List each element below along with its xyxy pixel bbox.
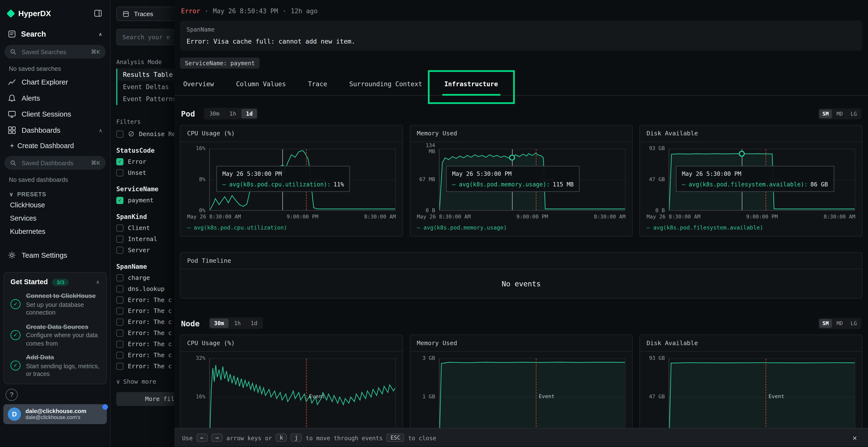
chart-title: Disk Available	[640, 335, 862, 352]
checkbox-checked[interactable]: ✓	[116, 158, 123, 165]
node-size-lg[interactable]: LG	[847, 319, 860, 328]
create-dashboard-button[interactable]: + Create Dashboard	[3, 138, 107, 153]
saved-dashboards-input[interactable]	[21, 159, 87, 167]
chevron-down-icon: ∨	[9, 191, 14, 198]
chart-plot[interactable]: May 26 5:30:00 PM —avg(k8s.pod.filesyste…	[669, 149, 855, 211]
check-circle-icon: ✓	[10, 299, 21, 309]
chart-plot[interactable]: Event	[669, 358, 855, 436]
checkbox[interactable]	[116, 285, 123, 293]
pod-range-1d[interactable]: 1d	[242, 109, 257, 118]
y-axis-labels: 3 GB1 GB	[417, 358, 439, 436]
event-marker-label: Event	[309, 393, 325, 399]
checkbox[interactable]	[116, 340, 123, 347]
chart-icon	[8, 78, 16, 86]
chart-plot[interactable]: Event	[439, 358, 626, 436]
j-key: j	[291, 434, 302, 442]
sidebar-section-search[interactable]: Search ∧	[3, 23, 107, 42]
node-range-group: 30m 1h 1d	[209, 317, 263, 329]
checkbox[interactable]	[116, 351, 123, 358]
chevron-up-icon[interactable]: ∧	[99, 128, 102, 133]
sidebar-item-alerts[interactable]: Alerts	[3, 90, 107, 106]
filter-option-label: Client	[128, 224, 150, 232]
sidebar-item-dashboards[interactable]: Dashboards ∧	[3, 122, 107, 138]
filter-option-label: dns.lookup	[128, 285, 164, 293]
tab-surrounding-context[interactable]: Surrounding Context	[348, 74, 423, 95]
filter-option-label: charge	[128, 274, 150, 281]
saved-dashboards-search[interactable]: ⌘K	[4, 156, 105, 170]
pod-range-30m[interactable]: 30m	[205, 109, 224, 118]
checkbox[interactable]	[116, 246, 123, 253]
node-range-1h[interactable]: 1h	[229, 318, 245, 328]
node-size-md[interactable]: MD	[833, 319, 846, 328]
chart-title: CPU Usage (%)	[180, 335, 402, 352]
checkbox[interactable]	[116, 130, 123, 138]
pod-size-md[interactable]: MD	[833, 109, 846, 118]
sidebar-item-team-settings[interactable]: Team Settings	[3, 247, 107, 263]
filter-option-label: Error: The c	[128, 296, 172, 303]
checkbox[interactable]	[116, 296, 123, 303]
saved-searches-input[interactable]	[21, 48, 87, 56]
tab-overview[interactable]: Overview	[182, 74, 215, 95]
get-started-header[interactable]: Get Started 3/3 ∧	[10, 278, 100, 286]
saved-searches-search[interactable]: ⌘K	[4, 45, 105, 59]
preset-clickhouse[interactable]: ClickHouse	[3, 199, 107, 212]
search-icon	[10, 160, 17, 166]
close-icon[interactable]: ✕	[849, 433, 860, 442]
sidebar-item-client-sessions[interactable]: Client Sessions	[3, 106, 107, 122]
sidebar: HyperDX Search ∧ ⌘K No saved searches Ch	[0, 0, 111, 447]
no-saved-searches-note: No saved searches	[3, 61, 107, 74]
event-marker-label: Event	[768, 393, 784, 399]
arrow-left-key: ←	[196, 434, 208, 442]
checkbox[interactable]	[116, 274, 123, 281]
get-started-item[interactable]: ✓ Add Data Start sending logs, metrics, …	[10, 353, 100, 378]
node-cpu-chart-card: CPU Usage (%) 32%16% Event	[180, 335, 403, 440]
pod-size-lg[interactable]: LG	[847, 109, 860, 118]
tab-trace[interactable]: Trace	[307, 74, 329, 95]
source-icon	[122, 10, 129, 18]
user-org: dale@clickhouse.com's	[26, 414, 87, 420]
chart-plot[interactable]: May 26 5:30:00 PM —avg(k8s.pod.memory.us…	[439, 149, 626, 211]
search-section-label: Search	[21, 30, 46, 38]
tab-column-values[interactable]: Column Values	[235, 74, 287, 95]
checkbox[interactable]	[116, 307, 123, 314]
event-details-drawer: Error · May 26 8:50:43 PM · 12h ago Span…	[174, 0, 868, 447]
pod-disk-chart-card: Disk Available 93 GB47 GB0 B May 26 5:30…	[640, 125, 863, 237]
hyperdx-app: HyperDX Search ∧ ⌘K No saved searches Ch	[0, 0, 868, 447]
x-axis-labels: May 26 8:30:00 AM9:00:00 PM8:30:00 AM	[417, 213, 626, 219]
sidebar-item-chart-explorer[interactable]: Chart Explorer	[3, 74, 107, 90]
collapse-sidebar-icon[interactable]	[94, 9, 102, 18]
get-started-item[interactable]: ✓ Create Data Sources Configure where yo…	[10, 323, 100, 347]
chevron-up-icon[interactable]: ∧	[96, 279, 100, 285]
chart-plot[interactable]: May 26 5:30:00 PM —avg(k8s.pod.cpu.utili…	[209, 149, 396, 211]
help-button[interactable]: ?	[5, 388, 18, 401]
checkbox[interactable]	[116, 363, 123, 370]
pod-timeline-empty: No events	[180, 269, 862, 298]
search-section-icon	[8, 30, 16, 38]
span-name-value: Error: Visa cache full: cannot add new i…	[187, 38, 856, 45]
user-menu[interactable]: D dale@clickhouse.com dale@clickhouse.co…	[3, 404, 107, 424]
node-size-sm[interactable]: SM	[819, 319, 832, 328]
plus-icon: +	[10, 142, 14, 150]
checkbox[interactable]	[116, 224, 123, 232]
get-started-item[interactable]: ✓ Connect to ClickHouse Set up your data…	[10, 292, 100, 316]
checkbox[interactable]	[116, 169, 123, 176]
pod-range-1h[interactable]: 1h	[225, 109, 240, 118]
pod-size-sm[interactable]: SM	[819, 109, 832, 118]
node-range-1d[interactable]: 1d	[246, 318, 261, 328]
checkbox[interactable]	[116, 329, 123, 337]
k-key: k	[276, 434, 287, 442]
checkbox-checked[interactable]: ✓	[116, 197, 123, 204]
presets-header[interactable]: ∨ PRESETS	[3, 185, 107, 199]
preset-services[interactable]: Services	[3, 212, 107, 225]
chevron-up-icon[interactable]: ∧	[98, 31, 102, 37]
node-range-30m[interactable]: 30m	[210, 318, 228, 328]
preset-kubernetes[interactable]: Kubernetes	[3, 225, 107, 238]
filter-option-label: payment	[128, 197, 153, 204]
checkbox[interactable]	[116, 318, 123, 325]
shortcut-hint: ⌘K	[91, 160, 100, 166]
tab-infrastructure[interactable]: Infrastructure	[443, 74, 499, 95]
checkbox[interactable]	[116, 235, 123, 243]
chart-plot[interactable]: Event	[209, 358, 396, 436]
service-name-tag[interactable]: ServiceName: payment	[180, 58, 260, 69]
get-started-card: Get Started 3/3 ∧ ✓ Connect to ClickHous…	[3, 272, 107, 384]
